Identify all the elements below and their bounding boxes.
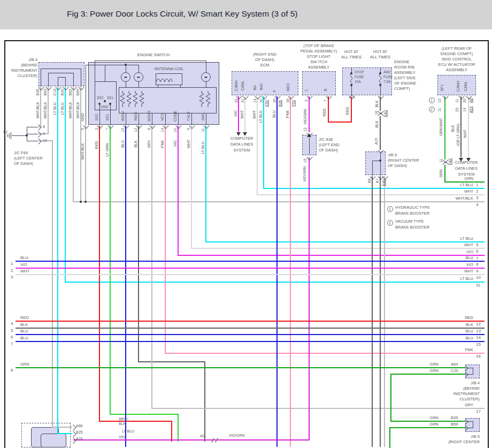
- wire-blk: [372, 176, 373, 447]
- junction-dot: [80, 201, 82, 203]
- label: LT BLU: [460, 183, 473, 187]
- circled-number: 1: [429, 97, 435, 103]
- label-rotated: B36: [278, 100, 282, 107]
- label: J/B 4: [471, 381, 480, 385]
- label: OF DASH): [388, 164, 407, 168]
- label: GRN: [429, 422, 439, 427]
- connector-chevron-d: [56, 85, 60, 89]
- label: 7: [11, 342, 13, 346]
- resistor-icon: [205, 91, 211, 109]
- label-rotated: L: [304, 89, 308, 91]
- label-rotated: WHT/BLK: [81, 143, 84, 160]
- label: BRAKE BOOSTER: [395, 211, 429, 216]
- label-rotated: LT BLU: [53, 102, 57, 115]
- wire-wht: [191, 126, 192, 249]
- wire-int: [206, 82, 206, 88]
- antenna-coil-icon: [156, 75, 173, 85]
- circled-number: 1: [387, 206, 393, 212]
- label-rotated: 14: [253, 98, 257, 103]
- label: 1: [11, 262, 13, 266]
- led-indicator-icon: ▸▸: [134, 72, 143, 82]
- connector-chevron-r: [463, 426, 467, 430]
- connector-chevron-d: [237, 94, 241, 98]
- label: WHT: [464, 269, 473, 274]
- label: GRN: [429, 362, 439, 367]
- label-rotated: EA2: [383, 110, 387, 117]
- label-rotated: CODE: [173, 111, 177, 122]
- connector-chevron-d: [289, 94, 293, 98]
- bl-sub2-box: [41, 434, 66, 447]
- junction-dot: [379, 160, 381, 162]
- label: ANTENNA COIL: [154, 67, 183, 71]
- label-rotated: CANL: [464, 81, 467, 92]
- label: 9: [476, 269, 478, 274]
- wire-vio: [238, 96, 239, 132]
- jc-a36-box: [302, 135, 317, 155]
- label: HOT AT: [373, 50, 387, 54]
- resistor-icon: [199, 91, 204, 109]
- connector-chevron-d: [176, 124, 180, 127]
- wire-int: [86, 65, 139, 65]
- label: SYSTEM: [234, 148, 250, 153]
- label: 2: [11, 269, 13, 273]
- jb4-top-box: [39, 62, 84, 86]
- label: ENGINE COMPT): [441, 52, 473, 56]
- label-rotated: BLU: [121, 140, 125, 148]
- label: 1: [476, 183, 478, 187]
- label: BRAKE BOOSTER: [395, 225, 429, 230]
- label: ASSEMBLY: [394, 71, 416, 75]
- wire-int: [41, 69, 81, 69]
- wire-wht: [468, 96, 469, 157]
- label-rotated: LT BLU: [60, 102, 64, 115]
- label: BLU: [20, 256, 28, 260]
- label: BLU: [20, 329, 28, 333]
- wire-pnk: [290, 96, 291, 447]
- wire-red: [99, 421, 172, 422]
- wire-grn: [390, 374, 391, 422]
- resistor-icon: [126, 91, 132, 109]
- wire-wht-blk: [48, 87, 49, 134]
- label: HYDRAULIC TYPE: [395, 206, 430, 210]
- wire-wht: [257, 96, 258, 195]
- label-rotated: BLK: [375, 120, 379, 127]
- wire-wht: [191, 248, 485, 249]
- wire-blu: [16, 341, 485, 342]
- label-rotated: 14: [463, 108, 466, 112]
- label: PNK: [465, 348, 473, 352]
- label: F2: [3, 130, 7, 134]
- wire-wht-blk: [73, 201, 485, 202]
- label-rotated: 7: [105, 128, 109, 130]
- label-rotated: B35: [36, 89, 40, 95]
- wire-int: [99, 105, 100, 125]
- label-rotated: WHT: [463, 130, 467, 138]
- connector-chevron-d: [371, 174, 374, 178]
- junction-dot: [26, 134, 28, 136]
- resistor-icon: [120, 91, 125, 109]
- wire-wht-blk: [85, 126, 86, 202]
- label: ASSEMBLY: [308, 65, 329, 70]
- label-rotated: 12: [303, 127, 307, 132]
- connector-chevron-d: [308, 94, 311, 98]
- label-rotated: INDW: [121, 111, 125, 122]
- wire-wht-blk: [52, 427, 72, 428]
- label: (TOP OF BRAKE: [303, 44, 334, 48]
- label-rotated: E80: [382, 179, 386, 186]
- label-rotated: VIO: [173, 140, 177, 147]
- label-rotated: 32: [234, 98, 238, 103]
- label-rotated: B69: [76, 89, 80, 95]
- connector-chevron-u: [443, 162, 447, 166]
- label-rotated: 35: [273, 98, 276, 103]
- wire-blk: [204, 361, 205, 442]
- wire-lt-blu: [205, 241, 485, 242]
- label: B35: [451, 416, 458, 420]
- wire-int: [110, 105, 111, 125]
- label: VIO: [20, 263, 27, 267]
- label-rotated: P: [273, 90, 276, 93]
- wire-gry: [384, 176, 385, 447]
- wire-wht: [16, 274, 485, 275]
- label-rotated: BLK: [375, 100, 379, 107]
- label-rotated: 3: [304, 100, 308, 102]
- label: OF DASH): [255, 58, 274, 62]
- connector-chevron-d: [275, 94, 279, 98]
- wiring-diagram-page: Fig 3: Power Door Locks Circuit, W/ Smar…: [0, 0, 492, 448]
